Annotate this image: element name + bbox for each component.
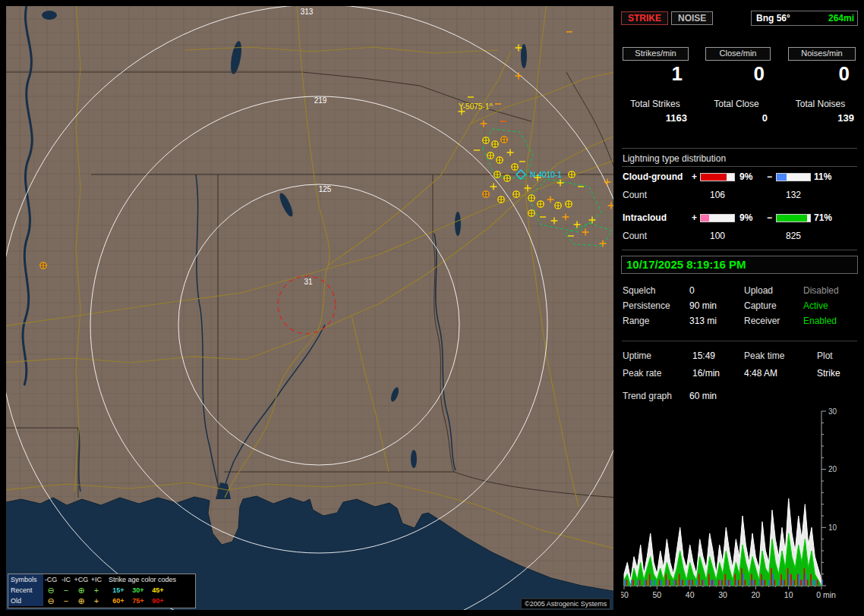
- ic-plus-bar: [700, 214, 735, 222]
- peak-rate-value: 16/min: [692, 368, 720, 379]
- plus-sign: +: [692, 171, 697, 182]
- copyright-notice: ©2005 Astrogenic Systems: [521, 599, 610, 609]
- distribution-title: Lightning type distribution: [623, 153, 726, 164]
- strikes-per-min-box: Strikes/min: [623, 47, 689, 61]
- circle-minus-icon: ⊖: [43, 596, 58, 606]
- ic-minus-bar: [776, 214, 811, 222]
- x-tick-label: 10: [784, 590, 793, 599]
- map-base: [6, 6, 613, 610]
- plus-icon: +: [89, 596, 104, 606]
- lightning-map[interactable]: 31321912531Y-5075-1^N-4010-1 Symbols -CG…: [6, 6, 613, 610]
- minus-sign: −: [767, 171, 772, 182]
- uptime-label: Uptime: [623, 350, 651, 361]
- legend-old-label: Old: [8, 596, 43, 606]
- age-60: 60+: [109, 597, 128, 605]
- y-tick-label: 30: [828, 407, 837, 416]
- x-tick-label: 60: [621, 590, 629, 599]
- bearing-label: Bng 56°: [756, 13, 790, 24]
- plot-label: Plot: [817, 350, 833, 361]
- divider: [622, 166, 857, 167]
- noise-mode-button[interactable]: NOISE: [671, 11, 713, 25]
- noises-per-min-value: 0: [788, 62, 856, 86]
- strike-mode-button[interactable]: STRIKE: [621, 11, 668, 25]
- legend-col-neg-cg: -CG: [43, 575, 58, 585]
- datetime-display: 10/17/2025 8:19:16 PM: [621, 256, 858, 274]
- divider: [622, 250, 857, 250]
- persistence-label: Persistence: [623, 300, 670, 311]
- total-noises-label: Total Noises: [784, 99, 857, 109]
- x-tick-label: 30: [718, 590, 727, 599]
- peak-time-label: Peak time: [744, 350, 784, 361]
- divider: [622, 341, 857, 341]
- x-tick-label: 40: [686, 590, 695, 599]
- upload-status: Disabled: [803, 285, 839, 296]
- minus-sign: −: [767, 212, 772, 223]
- squelch-label: Squelch: [623, 285, 655, 296]
- age-45: 45+: [148, 586, 168, 594]
- minus-icon: −: [58, 596, 74, 606]
- ic-minus-pct: 71%: [814, 212, 832, 223]
- intracloud-label: Intracloud: [623, 212, 667, 223]
- nexstorm-app: 31321912531Y-5075-1^N-4010-1 Symbols -CG…: [0, 0, 864, 616]
- x-tick-label: 20: [751, 590, 760, 599]
- circle-minus-icon: ⊖: [43, 586, 58, 596]
- noises-per-min-box: Noises/min: [788, 47, 856, 61]
- cg-minus-bar-fill: [777, 174, 787, 181]
- bearing-box: Bng 56° 264mi: [751, 11, 858, 26]
- cg-plus-bar: [700, 173, 735, 181]
- x-tick-label: 50: [652, 590, 661, 599]
- trend-graph-label: Trend graph: [623, 391, 672, 401]
- capture-status: Active: [803, 300, 828, 311]
- legend-age-header: Strike age color codes: [109, 576, 176, 583]
- legend-recent-label: Recent: [8, 585, 43, 596]
- total-strikes-label: Total Strikes: [620, 99, 690, 109]
- x-tick-label: 0 min: [816, 590, 836, 599]
- peak-time-value: 4:48 AM: [744, 368, 777, 379]
- cloud-ground-label: Cloud-ground: [623, 171, 683, 182]
- total-noises-value: 139: [784, 112, 857, 124]
- ic-plus-count: 100: [700, 231, 735, 241]
- close-per-min-value: 0: [705, 62, 771, 86]
- divider: [622, 148, 857, 149]
- age-75: 75+: [128, 597, 148, 605]
- legend-col-pos-cg: +CG: [74, 575, 89, 585]
- legend-symbols-label: Symbols: [8, 574, 43, 585]
- receiver-label: Receiver: [744, 316, 780, 326]
- ic-plus-bar-fill: [701, 215, 709, 222]
- cg-minus-pct: 11%: [814, 171, 831, 182]
- range-label: Range: [623, 316, 649, 326]
- circle-plus-icon: ⊕: [74, 596, 89, 606]
- trend-chart: 1020306050403020100 min: [621, 405, 861, 605]
- age-15: 15+: [109, 586, 128, 594]
- circle-plus-icon: ⊕: [74, 586, 89, 596]
- strikes-per-min-value: 1: [623, 62, 689, 86]
- legend-col-pos-ic: +IC: [89, 575, 104, 585]
- uptime-value: 15:49: [692, 350, 715, 361]
- legend-col-neg-ic: -IC: [58, 575, 74, 585]
- cg-plus-bar-fill: [701, 174, 727, 181]
- ic-plus-pct: 9%: [739, 212, 752, 223]
- map-legend: Symbols -CG -IC +CG +IC Strike age color…: [8, 574, 196, 608]
- ic-minus-bar-fill: [777, 215, 807, 222]
- count-label: Count: [623, 231, 647, 241]
- bearing-distance: 264mi: [828, 13, 854, 24]
- peak-rate-label: Peak rate: [623, 368, 661, 379]
- receiver-status: Enabled: [803, 316, 837, 326]
- age-30: 30+: [128, 586, 148, 594]
- persistence-value: 90 min: [689, 300, 717, 311]
- y-tick-label: 10: [828, 523, 837, 532]
- plus-sign: +: [692, 212, 697, 223]
- total-close-label: Total Close: [702, 99, 771, 109]
- squelch-value: 0: [689, 285, 695, 296]
- capture-label: Capture: [744, 300, 777, 311]
- count-label: Count: [623, 190, 647, 200]
- total-strikes-value: 1163: [620, 112, 690, 124]
- ic-minus-count: 825: [776, 231, 811, 241]
- y-tick-label: 20: [828, 465, 837, 473]
- total-close-value: 0: [702, 112, 771, 124]
- age-90: 90+: [148, 597, 168, 605]
- trend-graph-window: 60 min: [689, 391, 717, 401]
- minus-icon: −: [58, 586, 74, 596]
- range-value: 313 mi: [689, 316, 717, 326]
- cg-minus-count: 132: [776, 190, 811, 200]
